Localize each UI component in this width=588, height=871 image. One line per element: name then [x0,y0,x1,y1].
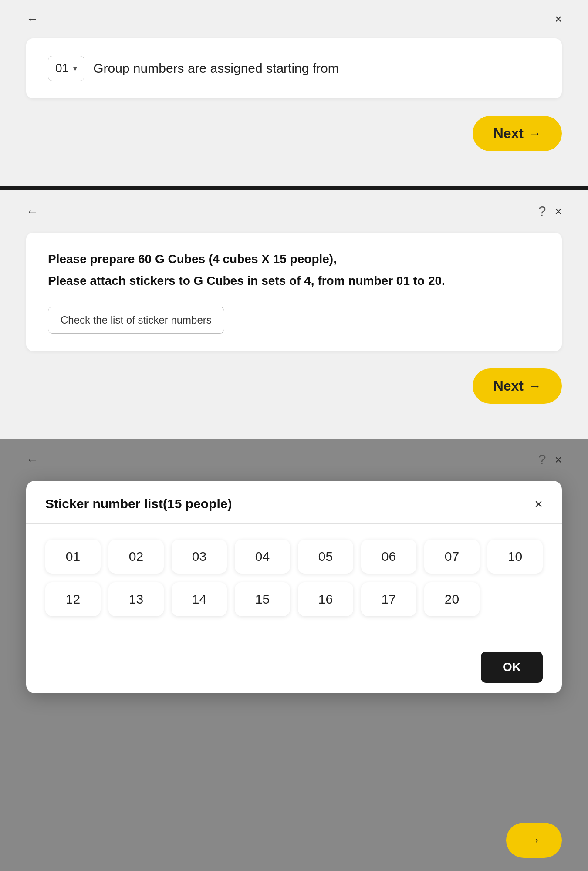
help-icon-2[interactable]: ? [538,203,546,219]
group-number-label: Group numbers are assigned starting from [93,61,339,76]
close-button-2[interactable]: × [555,206,562,218]
back-button-2[interactable]: ← [26,206,38,218]
section-1-card: 01 ▾ Group numbers are assigned starting… [26,38,562,98]
next-label-2: Next [493,378,524,394]
back-button-3[interactable]: ← [26,454,38,466]
help-icon-3[interactable]: ? [538,452,546,468]
card-row-1: 01 ▾ Group numbers are assigned starting… [48,56,540,81]
nav-row-2: ← ? × [26,203,562,219]
sticker-cell: 20 [424,582,480,616]
card-text-line1: Please prepare 60 G Cubes (4 cubes X 15 … [48,250,540,268]
sticker-cell: 15 [235,582,290,616]
modal-footer: OK [26,641,562,693]
sticker-cell: 02 [108,540,164,574]
nav-icons-right-2: ? × [538,203,562,219]
section-2: ← ? × Please prepare 60 G Cubes (4 cubes… [0,190,588,439]
check-list-button[interactable]: Check the list of sticker numbers [48,307,224,334]
next-button-1[interactable]: Next → [473,116,562,151]
section-1: ← × 01 ▾ Group numbers are assigned star… [0,0,588,186]
modal-close-button[interactable]: × [534,497,543,511]
card-text-line2: Please attach stickers to G Cubes in set… [48,272,540,290]
back-button-1[interactable]: ← [26,13,38,25]
sticker-modal: Sticker number list(15 people) × 0102030… [26,481,562,693]
next-button-3[interactable]: → [506,823,562,858]
sticker-cell: 06 [361,540,416,574]
sticker-cell: 10 [487,540,543,574]
next-button-2[interactable]: Next → [473,368,562,404]
ok-button[interactable]: OK [481,652,543,683]
modal-body: 0102030405060710 12131415161720 [26,524,562,641]
sticker-cell: 16 [298,582,353,616]
sticker-cell: 05 [298,540,353,574]
next-arrow-2: → [529,379,541,393]
chevron-down-icon: ▾ [73,64,77,73]
dropdown-value: 01 [55,61,69,75]
sticker-cell: 07 [424,540,480,574]
sticker-cell: 17 [361,582,416,616]
next-arrow-1: → [529,127,541,141]
clearfix-2: Next → [26,351,562,404]
sticker-cell: 14 [172,582,227,616]
nav-row-3: ← ? × [26,452,562,468]
modal-overlay: Sticker number list(15 people) × 0102030… [26,481,562,693]
clearfix-1: Next → [26,98,562,151]
sticker-cell: 04 [235,540,290,574]
nav-row-1: ← × [26,13,562,25]
next-arrow-3: → [527,832,541,848]
sticker-cell: 13 [108,582,164,616]
sticker-cell: 12 [45,582,101,616]
modal-title: Sticker number list(15 people) [45,496,232,511]
modal-header: Sticker number list(15 people) × [26,481,562,524]
close-button-3[interactable]: × [555,454,562,466]
group-number-dropdown[interactable]: 01 ▾ [48,56,84,81]
nav-icons-right-3: ? × [538,452,562,468]
sticker-cell: 03 [172,540,227,574]
close-button-1[interactable]: × [555,13,562,25]
sticker-cell: 01 [45,540,101,574]
section-2-card: Please prepare 60 G Cubes (4 cubes X 15 … [26,233,562,351]
sticker-grid-row2: 12131415161720 [45,582,543,616]
section-3: ← ? × Sticker number list(15 people) × 0… [0,439,588,871]
next-label-1: Next [493,125,524,142]
sticker-grid-row1: 0102030405060710 [45,540,543,574]
